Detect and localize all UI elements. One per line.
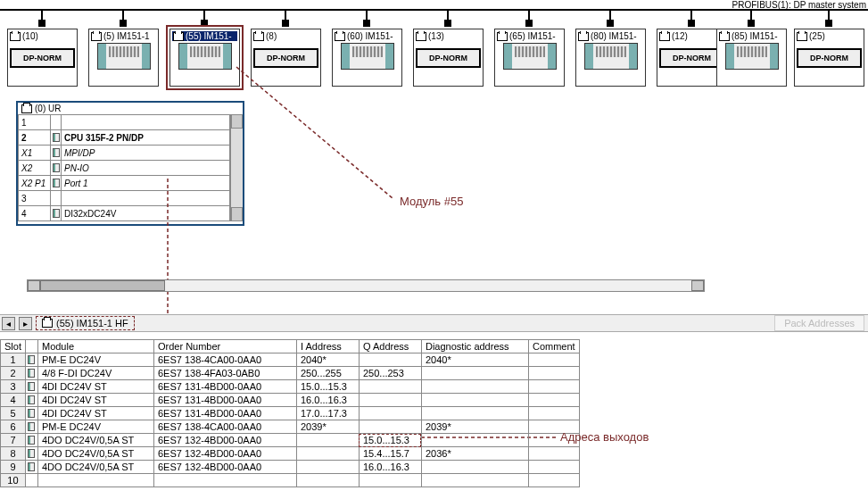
module-icon-cell <box>25 461 37 474</box>
order-cell: 6ES7 138-4CA00-0AA0 <box>153 353 296 367</box>
qaddress-cell <box>359 474 421 487</box>
rack-graphic <box>725 43 779 70</box>
prev-device-button[interactable]: ◂ <box>2 317 15 330</box>
node-icon <box>416 32 426 41</box>
ur-title: (0) UR <box>18 103 243 114</box>
horizontal-scrollbar[interactable] <box>27 279 705 292</box>
ur-row[interactable]: 1 <box>19 115 230 130</box>
diag-cell <box>421 380 528 394</box>
module-icon-cell <box>25 407 37 420</box>
order-cell: 6ES7 138-4CA00-0AA0 <box>153 420 296 434</box>
node-header: (65) IM151- <box>497 31 562 41</box>
ur-title-text: (0) UR <box>35 104 61 113</box>
dp-norm-badge: DP-NORM <box>659 48 724 68</box>
module-slot-table[interactable]: SlotModuleOrder NumberI AddressQ Address… <box>0 339 580 487</box>
bus-node[interactable]: (60) IM151- <box>332 29 402 87</box>
node-icon <box>719 32 730 41</box>
column-header[interactable]: Q Address <box>359 340 421 353</box>
node-icon <box>91 32 102 41</box>
rack-icon <box>21 104 32 113</box>
diag-cell: 2039* <box>421 420 528 434</box>
diag-cell <box>421 474 528 487</box>
slot-number: 8 <box>1 447 26 461</box>
qaddress-cell <box>359 420 421 434</box>
dp-norm-badge: DP-NORM <box>253 48 318 68</box>
node-header: (12) <box>659 31 724 41</box>
table-row[interactable]: 34DI DC24V ST6ES7 131-4BD00-0AA015.0...1… <box>1 380 580 394</box>
ur-slot-table[interactable]: 12CPU 315F-2 PN/DPX1MPI/DPX2PN-IOX2 P1Po… <box>18 114 230 221</box>
comment-cell <box>528 367 579 380</box>
selected-device-label: (55) IM151-1 HF <box>36 316 135 330</box>
rack-graphic <box>584 43 638 70</box>
slot-number: 3 <box>1 380 26 394</box>
bus-node[interactable]: (80) IM151- <box>575 29 646 87</box>
table-row[interactable]: 94DO DC24V/0,5A ST6ES7 132-4BD00-0AA016.… <box>1 461 580 474</box>
ur-row[interactable]: 4DI32xDC24V <box>19 206 230 221</box>
table-row[interactable]: 10 <box>1 474 580 487</box>
annotation-module: Модуль #55 <box>400 195 463 208</box>
order-cell: 6ES7 132-4BD00-0AA0 <box>153 447 296 461</box>
ur-row[interactable]: X1MPI/DP <box>19 146 230 161</box>
qaddress-cell <box>359 380 421 394</box>
order-cell: 6ES7 138-4FA03-0AB0 <box>153 367 296 380</box>
ur-row[interactable]: X2PN-IO <box>19 161 230 176</box>
device-icon <box>42 319 53 328</box>
node-icon <box>497 32 508 41</box>
module-cell <box>37 474 153 487</box>
bus-node[interactable]: (10) DP-NORM <box>7 29 78 87</box>
module-icon-cell <box>25 380 37 394</box>
scroll-left-btn[interactable] <box>28 280 40 291</box>
qaddress-cell: 15.4...15.7 <box>359 447 421 461</box>
column-header[interactable]: Module <box>37 340 153 353</box>
column-header[interactable]: Diagnostic address <box>421 340 528 353</box>
bus-node[interactable]: (8) DP-NORM <box>251 29 321 87</box>
table-row[interactable]: 74DO DC24V/0,5A ST6ES7 132-4BD00-0AA015.… <box>1 434 580 447</box>
column-header[interactable]: Comment <box>528 340 579 353</box>
column-header[interactable]: Slot <box>1 340 26 353</box>
table-row[interactable]: 24/8 F-DI DC24V6ES7 138-4FA03-0AB0250...… <box>1 367 580 380</box>
node-icon <box>173 32 184 41</box>
selected-device-strip: ◂ ▸ (55) IM151-1 HF Pack Addresses <box>0 314 868 332</box>
iaddress-cell: 2039* <box>296 420 359 434</box>
order-cell: 6ES7 132-4BD00-0AA0 <box>153 461 296 474</box>
selected-device-text: (55) IM151-1 HF <box>56 318 128 329</box>
ur-rack-window[interactable]: (0) UR 12CPU 315F-2 PN/DPX1MPI/DPX2PN-IO… <box>16 101 244 226</box>
dp-norm-badge: DP-NORM <box>416 48 481 68</box>
ur-scrollbar[interactable] <box>230 114 243 221</box>
module-cell: 4DI DC24V ST <box>37 407 153 420</box>
node-header: (85) IM151- <box>719 31 784 41</box>
module-icon-cell <box>25 447 37 461</box>
table-row[interactable]: 44DI DC24V ST6ES7 131-4BD00-0AA016.0...1… <box>1 394 580 407</box>
bus-node[interactable]: (25) DP-NORM <box>794 29 864 87</box>
column-header[interactable]: I Address <box>296 340 359 353</box>
ur-row[interactable]: 2CPU 315F-2 PN/DP <box>19 130 230 146</box>
module-icon-cell <box>25 474 37 487</box>
module-icon-cell <box>25 394 37 407</box>
slot-number: 1 <box>1 353 26 367</box>
table-row[interactable]: 6PM-E DC24V6ES7 138-4CA00-0AA02039*2039* <box>1 420 580 434</box>
rack-graphic <box>503 43 557 70</box>
comment-cell <box>528 353 579 367</box>
column-header[interactable]: Order Number <box>153 340 296 353</box>
scroll-right-btn[interactable] <box>691 280 704 291</box>
table-row[interactable]: 84DO DC24V/0,5A ST6ES7 132-4BD00-0AA015.… <box>1 447 580 461</box>
table-row[interactable]: 1PM-E DC24V6ES7 138-4CA00-0AA02040*2040* <box>1 353 580 367</box>
bus-node[interactable]: (65) IM151- <box>494 29 565 87</box>
qaddress-cell: 15.0...15.3 <box>359 434 421 447</box>
column-header[interactable] <box>25 340 37 353</box>
bus-node[interactable]: (55) IM151- <box>169 29 240 87</box>
comment-cell <box>528 380 579 394</box>
iaddress-cell <box>296 447 359 461</box>
bus-node[interactable]: (13) DP-NORM <box>413 29 484 87</box>
ur-row[interactable]: X2 P1Port 1 <box>19 176 230 191</box>
rack-graphic <box>178 43 232 70</box>
module-icon-cell <box>25 353 37 367</box>
bus-node[interactable]: (85) IM151- <box>716 29 787 87</box>
bus-node[interactable]: (5) IM151-1 <box>88 29 159 87</box>
module-icon-cell <box>25 367 37 380</box>
iaddress-cell: 250...255 <box>296 367 359 380</box>
next-device-button[interactable]: ▸ <box>19 317 32 330</box>
node-icon <box>253 32 264 41</box>
table-row[interactable]: 54DI DC24V ST6ES7 131-4BD00-0AA017.0...1… <box>1 407 580 420</box>
ur-row[interactable]: 3 <box>19 191 230 206</box>
